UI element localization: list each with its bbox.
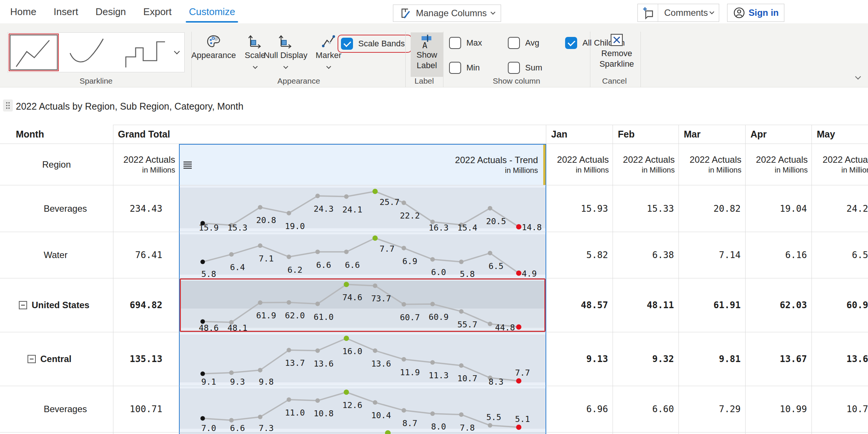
month-value[interactable]: 9.32 — [613, 332, 679, 386]
svg-text:8.3: 8.3 — [489, 377, 504, 387]
menu-tab-export[interactable]: Export — [143, 0, 171, 23]
chevron-down-icon[interactable] — [283, 64, 288, 69]
month-value[interactable]: 48.11 — [613, 278, 679, 332]
column-header-jan[interactable]: Jan — [546, 125, 613, 144]
svg-text:9.1: 9.1 — [201, 377, 216, 387]
grand-total-value[interactable]: 76.41 — [113, 232, 179, 278]
menu-tab-design[interactable]: Design — [95, 0, 126, 23]
null-display-button[interactable]: Null Display — [262, 33, 309, 68]
month-value[interactable]: 9.13 — [546, 332, 613, 386]
apr-measure-header[interactable]: 2022 Actualsin Millions — [746, 144, 812, 185]
column-header-feb[interactable]: Feb — [613, 125, 679, 144]
min-checkbox[interactable] — [449, 62, 461, 74]
svg-text:11.0: 11.0 — [285, 408, 305, 417]
month-value[interactable]: 15.33 — [613, 185, 679, 232]
collapse-icon[interactable] — [19, 301, 27, 309]
month-value[interactable]: 7.14 — [679, 232, 746, 278]
month-value[interactable]: 5.82 — [546, 232, 613, 278]
manage-columns-button[interactable]: Manage Columns — [393, 5, 501, 22]
row-label: Beverages — [44, 404, 87, 414]
chevron-down-icon[interactable] — [253, 64, 258, 69]
partial-row — [113, 432, 179, 434]
sign-in-button[interactable]: Sign in — [727, 4, 784, 22]
scale-bands-checkbox[interactable] — [341, 38, 353, 50]
may-measure-header[interactable]: 2022 Actualsin Millions — [812, 144, 868, 185]
max-checkbox[interactable] — [449, 37, 461, 49]
month-value[interactable]: 24.26 — [812, 185, 868, 232]
sum-checkbox[interactable] — [508, 62, 520, 74]
grand-total-value[interactable]: 694.82 — [113, 278, 179, 332]
gallery-more-button[interactable] — [169, 33, 184, 72]
hamburger-menu-icon[interactable] — [183, 160, 193, 170]
month-value[interactable]: 6.38 — [613, 232, 679, 278]
row-label-cell[interactable]: Beverages — [0, 185, 113, 232]
sparkline-style-gallery — [8, 32, 185, 72]
month-value[interactable]: 13.67 — [746, 332, 812, 386]
all-children-checkbox[interactable] — [565, 37, 577, 49]
month-value[interactable]: 6.96 — [546, 386, 613, 432]
feb-measure-header[interactable]: 2022 Actualsin Millions — [613, 144, 679, 185]
sparkline-cell[interactable]: 7.06.67.311.010.812.610.48.78.07.85.55.1 — [179, 386, 546, 432]
collapse-ribbon-chevron[interactable] — [855, 74, 861, 80]
svg-text:44.8: 44.8 — [495, 323, 515, 332]
trend-column-header[interactable]: 2022 Actuals - Trendin Millions — [179, 144, 546, 185]
partial-row — [679, 432, 746, 434]
column-header-apr[interactable]: Apr — [746, 125, 812, 144]
sparkline-cell[interactable]: 48.648.161.962.061.074.673.760.760.955.7… — [179, 278, 546, 332]
month-value[interactable]: 48.57 — [546, 278, 613, 332]
chevron-down-icon[interactable] — [326, 64, 331, 69]
menu-tab-home[interactable]: Home — [10, 0, 36, 23]
month-value[interactable]: 20.82 — [679, 185, 746, 232]
column-header-grand-total[interactable]: Grand Total — [113, 125, 546, 144]
grand-total-value[interactable]: 135.13 — [113, 332, 179, 386]
month-value[interactable]: 7.29 — [679, 386, 746, 432]
grand-total-value[interactable]: 234.43 — [113, 185, 179, 232]
appearance-button[interactable]: Appearance — [189, 33, 238, 60]
row-label-cell[interactable]: United States — [0, 278, 113, 332]
column-header-mar[interactable]: Mar — [679, 125, 746, 144]
menu-tab-insert[interactable]: Insert — [53, 0, 78, 23]
month-value[interactable]: 61.91 — [679, 278, 746, 332]
grand-total-measure-header[interactable]: 2022 Actualsin Millions — [113, 144, 179, 185]
sparkline-cell[interactable]: 9.19.39.813.713.616.013.611.911.310.78.3… — [179, 332, 546, 386]
sparkline-cell[interactable]: 15.915.320.819.024.324.125.722.216.315.4… — [179, 185, 546, 232]
month-value[interactable]: 13.62 — [812, 332, 868, 386]
svg-text:61.9: 61.9 — [256, 311, 276, 320]
avg-checkbox[interactable] — [508, 37, 520, 49]
column-resize-strip[interactable] — [543, 145, 546, 185]
comments-button[interactable]: Comments — [637, 4, 719, 22]
month-value[interactable]: 6.57 — [812, 232, 868, 278]
month-value[interactable]: 60.95 — [812, 278, 868, 332]
row-label-cell[interactable]: Central — [0, 332, 113, 386]
menu-tab-customize[interactable]: Customize — [189, 0, 235, 23]
remove-sparkline-button[interactable]: Remove Sparkline — [594, 32, 639, 69]
sparkline-preset-smooth[interactable] — [66, 35, 113, 70]
month-value[interactable]: 6.16 — [746, 232, 812, 278]
month-value[interactable]: 62.03 — [746, 278, 812, 332]
mar-measure-header[interactable]: 2022 Actualsin Millions — [679, 144, 746, 185]
svg-text:6.6: 6.6 — [345, 260, 360, 270]
show-label-button[interactable]: A Show Label — [411, 32, 443, 77]
month-value[interactable]: 6.60 — [613, 386, 679, 432]
month-value[interactable]: 10.99 — [746, 386, 812, 432]
column-header-month[interactable]: Month — [0, 125, 113, 144]
palette-icon — [206, 33, 221, 49]
grand-total-value[interactable]: 100.71 — [113, 386, 179, 432]
month-value[interactable]: 9.81 — [679, 332, 746, 386]
month-value[interactable]: 10.79 — [812, 386, 868, 432]
measure-subtitle: in Millions — [775, 166, 808, 174]
measure-subtitle: in Millions — [142, 166, 175, 174]
row-label-cell[interactable]: Beverages — [0, 386, 113, 432]
month-value[interactable]: 15.93 — [546, 185, 613, 232]
column-header-may[interactable]: May — [812, 125, 868, 144]
row-label-cell[interactable]: Water — [0, 232, 113, 278]
sparkline-cell[interactable]: 5.86.47.16.26.66.67.76.96.05.86.54.9 — [179, 232, 546, 278]
sparkline-preset-line[interactable] — [10, 35, 58, 70]
jan-measure-header[interactable]: 2022 Actualsin Millions — [546, 144, 613, 185]
month-value[interactable]: 19.04 — [746, 185, 812, 232]
svg-text:9.8: 9.8 — [259, 377, 274, 387]
drag-handle-icon[interactable] — [3, 99, 13, 112]
sparkline-preset-step[interactable] — [122, 35, 169, 70]
collapse-icon[interactable] — [28, 355, 36, 363]
row-header-region[interactable]: Region — [0, 144, 113, 185]
